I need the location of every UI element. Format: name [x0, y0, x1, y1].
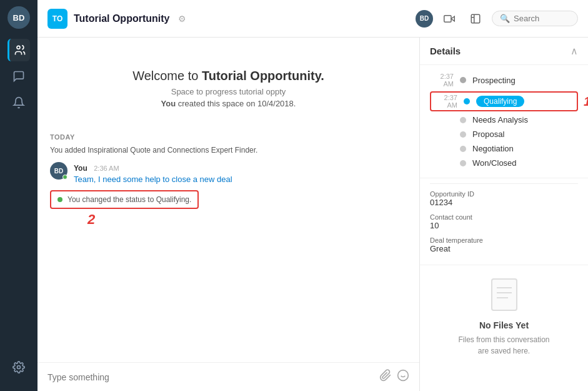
search-icon: 🔍 — [500, 14, 510, 23]
svg-point-5 — [398, 370, 409, 381]
stage-label-prospecting[interactable]: Prospecting — [472, 76, 516, 85]
chat-input[interactable] — [47, 372, 373, 382]
stage-dot-qualifying — [464, 98, 470, 104]
space-settings-icon[interactable]: ⚙ — [178, 14, 186, 24]
stage-dot-prospecting — [460, 77, 466, 83]
chat-messages: Welcome to Tutorial Opportunity. Space t… — [37, 38, 419, 362]
stage-item-qualifying-wrapper: 2:37 AM Qualifying 1 — [430, 91, 578, 111]
message-text: Team, I need some help to close a new de… — [74, 175, 407, 184]
message-row: BD You 2:36 AM Team, I need some help to… — [50, 162, 407, 184]
svg-point-0 — [17, 46, 20, 49]
file-icon-container — [491, 278, 518, 314]
space-avatar: TO — [47, 9, 67, 29]
top-bar: TO Tutorial Opportunity ⚙ BD 🔍 — [37, 0, 588, 38]
message-content: You 2:36 AM Team, I need some help to cl… — [74, 162, 407, 184]
chat-area: Welcome to Tutorial Opportunity. Space t… — [37, 38, 419, 391]
message-avatar: BD — [50, 162, 67, 180]
detail-value-contact: 10 — [430, 221, 578, 230]
svg-rect-3 — [444, 15, 451, 22]
files-section: No Files Yet Files from this conversatio… — [420, 265, 588, 369]
layout-icon[interactable] — [466, 9, 486, 29]
stage-item-prospecting: 2:37 AM Prospecting — [430, 70, 578, 90]
main-container: TO Tutorial Opportunity ⚙ BD 🔍 — [37, 0, 588, 391]
chat-input-area — [37, 362, 419, 391]
stage-dot-won — [460, 160, 466, 166]
stage-time-qualifying: 2:37 AM — [434, 94, 457, 109]
svg-marker-2 — [451, 16, 454, 21]
welcome-section: Welcome to Tutorial Opportunity. Space t… — [50, 50, 407, 123]
stage-item-qualifying[interactable]: 2:37 AM Qualifying — [430, 91, 578, 111]
space-title: Tutorial Opportunity — [74, 13, 169, 24]
panel-header: Details ∧ — [420, 38, 588, 65]
stage-label-won[interactable]: Won/Closed — [472, 158, 517, 168]
status-change-text: You changed the status to Qualifying. — [67, 195, 191, 204]
stage-label-proposal[interactable]: Proposal — [472, 129, 504, 139]
detail-contact-count: Contact count 10 — [430, 213, 578, 230]
stage-label-qualifying[interactable]: Qualifying — [476, 96, 524, 107]
panel-collapse-icon[interactable]: ∧ — [571, 45, 578, 57]
stage-dot-neg — [460, 146, 466, 152]
welcome-subtitle: Space to progress tutorial oppty — [62, 87, 394, 96]
created-by-text: You created this space on 10/4/2018. — [62, 99, 394, 108]
svg-rect-8 — [492, 279, 517, 310]
nav-icons — [7, 39, 30, 356]
attachment-icon[interactable] — [379, 369, 392, 385]
video-icon[interactable] — [439, 9, 459, 29]
left-navigation: BD — [0, 0, 37, 391]
search-input[interactable] — [514, 14, 570, 23]
stage-dot-proposal — [460, 131, 466, 138]
activity-text: You added Inspirational Quote and Connec… — [50, 146, 407, 155]
details-section: Opportunity ID 01234 Contact count 10 De… — [420, 178, 588, 265]
detail-label-opp-id: Opportunity ID — [430, 190, 578, 198]
detail-label-contact: Contact count — [430, 213, 578, 221]
nav-people[interactable] — [7, 39, 30, 61]
stage-time: 2:37 AM — [430, 73, 454, 88]
detail-value-temp: Great — [430, 244, 578, 253]
nav-bottom — [7, 356, 30, 385]
no-files-icon — [491, 278, 518, 312]
current-user-avatar[interactable]: BD — [416, 10, 433, 28]
user-status-dot — [62, 175, 67, 180]
nav-notifications[interactable] — [7, 91, 30, 114]
status-change-dot — [57, 197, 62, 202]
detail-value-opp-id: 01234 — [430, 198, 578, 207]
nav-chat[interactable] — [7, 65, 30, 88]
nav-settings[interactable] — [7, 356, 30, 378]
detail-label-temp: Deal temperature — [430, 236, 578, 244]
detail-deal-temp: Deal temperature Great — [430, 236, 578, 253]
status-change-notification: You changed the status to Qualifying. — [50, 190, 199, 209]
files-desc: Files from this conversationare saved he… — [458, 334, 549, 357]
emoji-icon[interactable] — [397, 369, 409, 385]
annotation-1: 1 — [584, 94, 588, 109]
search-box[interactable]: 🔍 — [492, 11, 578, 26]
welcome-heading: Welcome to Tutorial Opportunity. — [62, 69, 394, 83]
files-title: No Files Yet — [479, 320, 529, 330]
right-panel: Details ∧ 2:37 AM Prospecting 2:37 AM Qu… — [419, 38, 588, 391]
svg-point-1 — [17, 366, 21, 369]
message-time: 2:36 AM — [94, 165, 119, 172]
today-label: TODAY — [50, 133, 407, 141]
main-user-avatar[interactable]: BD — [7, 6, 30, 29]
stage-item-negotiation: Negotiation — [430, 141, 578, 156]
content-area: Welcome to Tutorial Opportunity. Space t… — [37, 38, 588, 391]
detail-opportunity-id: Opportunity ID 01234 — [430, 190, 578, 207]
stage-item-proposal: Proposal — [430, 127, 578, 141]
input-icons — [379, 369, 409, 385]
message-author: You — [74, 164, 87, 173]
stage-item-needs-analysis: Needs Analysis — [430, 113, 578, 127]
panel-title: Details — [430, 46, 461, 56]
stage-label-na[interactable]: Needs Analysis — [472, 115, 528, 124]
svg-rect-4 — [471, 14, 480, 23]
stage-label-neg[interactable]: Negotiation — [472, 144, 514, 153]
annotation-2: 2 — [87, 211, 95, 228]
top-bar-right: BD 🔍 — [416, 9, 578, 29]
stage-dot-na — [460, 117, 466, 123]
stage-list: 2:37 AM Prospecting 2:37 AM Qualifying 1 — [420, 65, 588, 178]
stage-item-won-closed: Won/Closed — [430, 156, 578, 170]
